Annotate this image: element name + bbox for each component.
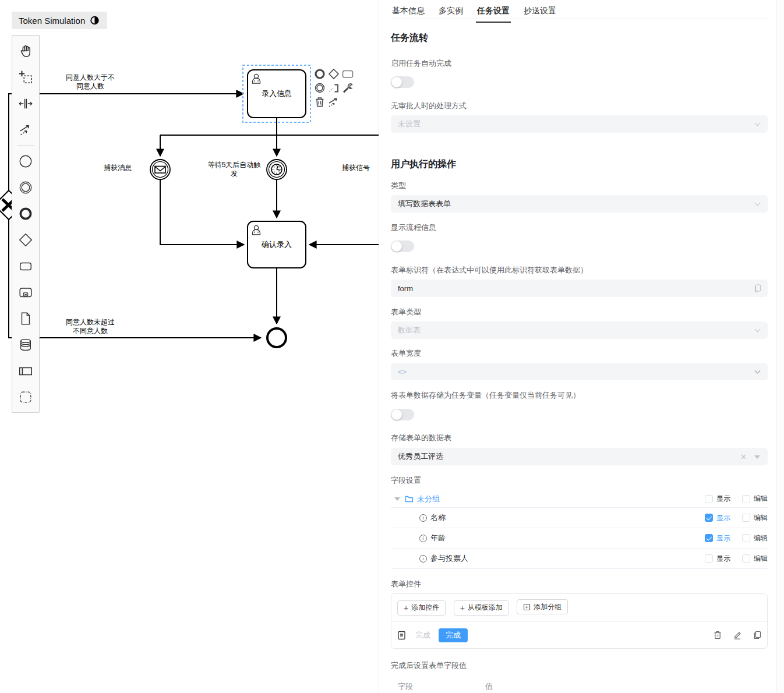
create-start-event[interactable]: [12, 148, 39, 174]
show-checkbox-label: 显示: [716, 533, 730, 543]
action-type-select[interactable]: 填写数据表表单: [391, 195, 768, 213]
create-group[interactable]: [12, 384, 39, 410]
timer-catch-event[interactable]: [267, 160, 287, 179]
message-catch-event[interactable]: [150, 160, 170, 179]
field-show-checkbox[interactable]: 显示: [705, 533, 730, 543]
token-simulation-button[interactable]: Token Simulation: [12, 12, 107, 29]
connect-tool[interactable]: [327, 96, 340, 108]
checkbox-icon: [742, 534, 750, 542]
show-process-toggle[interactable]: [391, 241, 414, 252]
create-gateway[interactable]: [12, 227, 39, 253]
field-edit-checkbox[interactable]: 编辑: [742, 554, 768, 564]
field-edit-checkbox[interactable]: 编辑: [742, 533, 768, 543]
palette-separator: [17, 145, 34, 146]
task-confirm-label: 确认录入: [248, 221, 306, 268]
form-id-input[interactable]: form: [391, 280, 768, 297]
no-approver-value: 未设置: [398, 119, 421, 129]
add-from-template-label: 从模板添加: [468, 603, 503, 613]
create-data-store[interactable]: [12, 331, 39, 358]
auto-complete-toggle[interactable]: [391, 76, 414, 88]
lasso-tool[interactable]: [12, 64, 39, 90]
kv-table-header: 字段 值: [391, 678, 768, 693]
create-task[interactable]: [12, 253, 39, 279]
checkbox-icon: [705, 554, 713, 563]
change-type-wrench-icon[interactable]: [341, 82, 354, 94]
create-intermediate-event[interactable]: [12, 174, 39, 200]
space-tool[interactable]: [12, 90, 39, 116]
group-show-checkbox[interactable]: 显示: [705, 494, 730, 504]
create-subprocess[interactable]: [12, 279, 39, 305]
fields-tree: 未分组 显示 编辑 i 名称: [391, 490, 768, 569]
form-id-label: 表单标识符（在表达式中可以使用此标识符获取表单数据）: [391, 265, 768, 275]
global-connect-tool[interactable]: [12, 116, 39, 143]
checkbox-icon: [742, 554, 750, 563]
add-control-button[interactable]: + 添加控件: [397, 600, 446, 616]
form-controls-label: 表单控件: [391, 579, 768, 589]
no-approver-select[interactable]: 未设置: [391, 115, 768, 133]
field-group-name: 未分组: [417, 494, 440, 504]
control-complete-button[interactable]: 完成: [439, 628, 468, 642]
add-group-button[interactable]: 添加分组: [517, 599, 568, 614]
checkbox-icon: [742, 514, 750, 522]
form-width-value: <>: [398, 367, 407, 376]
field-show-checkbox[interactable]: 显示: [705, 554, 730, 564]
no-approver-label: 无审批人时的处理方式: [391, 101, 768, 111]
field-group-row[interactable]: 未分组 显示 编辑: [391, 490, 768, 508]
edit-checkbox-label: 编辑: [754, 494, 768, 504]
create-end-event[interactable]: [12, 200, 39, 227]
field-edit-checkbox[interactable]: 编辑: [742, 513, 768, 523]
field-name: 名称: [430, 512, 446, 523]
group-edit-checkbox[interactable]: 编辑: [742, 494, 768, 504]
delete-trash-icon[interactable]: [313, 96, 326, 108]
append-task[interactable]: [341, 68, 354, 80]
info-icon: i: [419, 555, 427, 563]
delete-control-button[interactable]: [714, 631, 722, 639]
append-gateway[interactable]: [327, 68, 340, 80]
field-row-age: i 年龄 显示 编辑: [391, 528, 768, 549]
chevron-down-icon: [755, 327, 761, 333]
append-text-annotation[interactable]: [327, 82, 340, 94]
create-data-object[interactable]: [12, 305, 39, 331]
panel-scrollbar[interactable]: [776, 0, 784, 693]
tab-task-settings[interactable]: 任务设置: [476, 0, 511, 23]
clear-icon[interactable]: ✕: [740, 452, 747, 461]
flow-gateway-to-end[interactable]: [9, 220, 261, 338]
form-type-value: 数据表: [398, 325, 421, 335]
flow-message-to-confirm[interactable]: [160, 180, 244, 245]
end-event[interactable]: [267, 328, 286, 347]
store-var-label: 将表单数据存储为任务变量（任务变量仅当前任务可见）: [391, 390, 768, 401]
append-intermediate-event[interactable]: [313, 82, 326, 94]
plus-icon: +: [460, 604, 465, 612]
data-table-select[interactable]: 优秀员工评选 ✕: [391, 448, 768, 465]
section-task-flow-title: 任务流转: [391, 32, 768, 44]
copy-icon[interactable]: [754, 284, 761, 292]
create-participant[interactable]: [12, 358, 39, 384]
info-icon: i: [419, 514, 427, 522]
store-var-toggle[interactable]: [391, 409, 414, 420]
append-end-event[interactable]: [313, 68, 326, 80]
hand-tool[interactable]: [12, 38, 39, 64]
caret-down-icon[interactable]: [394, 497, 400, 501]
tab-multi-instance[interactable]: 多实例: [437, 0, 464, 23]
edit-control-button[interactable]: [733, 631, 741, 639]
add-from-template-button[interactable]: + 从模板添加: [454, 600, 509, 616]
token-simulation-label: Token Simulation: [19, 16, 85, 26]
diagram-canvas[interactable]: 同意人数大于不 同意人数 捕获消息 等待5天后自动触 发 捕获信号 同意人数未超…: [0, 0, 379, 693]
dropdown-arrow-icon: [754, 455, 760, 459]
field-show-checkbox[interactable]: 显示: [705, 513, 730, 523]
section-user-action-title: 用户执行的操作: [391, 158, 768, 171]
properties-panel: 基本信息 多实例 任务设置 抄送设置 任务流转 启用任务自动完成 无审批人时的处…: [379, 0, 784, 693]
flow-label-catch-message: 捕获消息: [94, 164, 141, 172]
tab-cc-settings[interactable]: 抄送设置: [522, 0, 557, 23]
flow-entry-split[interactable]: [160, 118, 379, 135]
show-checkbox-label: 显示: [716, 554, 730, 564]
field-name: 参与投票人: [430, 553, 468, 564]
field-row-voters: i 参与投票人 显示 编辑: [391, 549, 768, 569]
form-width-select[interactable]: <>: [391, 363, 768, 380]
control-disabled-label: 完成: [415, 630, 430, 641]
action-type-label: 类型: [391, 181, 768, 191]
form-type-select[interactable]: 数据表: [391, 321, 768, 339]
tab-basic-info[interactable]: 基本信息: [391, 0, 426, 23]
copy-control-button[interactable]: [753, 631, 761, 639]
bpmn-editor-app: 同意人数大于不 同意人数 捕获消息 等待5天后自动触 发 捕获信号 同意人数未超…: [0, 0, 784, 693]
